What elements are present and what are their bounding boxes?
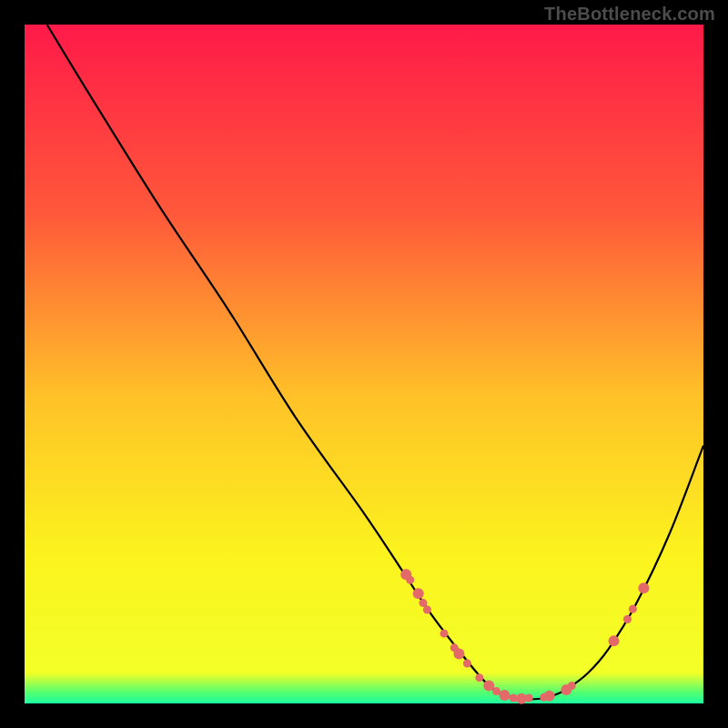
watermark-label: TheBottleneck.com — [544, 4, 715, 25]
curve-marker — [623, 615, 632, 623]
bottleneck-chart — [0, 0, 728, 728]
curve-marker — [423, 606, 431, 614]
curve-marker — [499, 690, 510, 701]
curve-marker — [609, 635, 620, 646]
chart-frame: TheBottleneck.com — [0, 0, 728, 728]
curve-marker — [406, 576, 414, 584]
curve-marker — [544, 691, 555, 702]
curve-marker — [419, 599, 427, 607]
plot-background — [25, 25, 703, 703]
curve-marker — [475, 673, 483, 682]
curve-marker — [568, 682, 576, 690]
curve-marker — [453, 649, 464, 660]
curve-marker — [525, 694, 533, 703]
curve-marker — [413, 588, 424, 599]
curve-marker — [629, 605, 637, 613]
curve-marker — [463, 659, 471, 667]
curve-marker — [440, 630, 449, 638]
curve-marker — [638, 582, 649, 593]
